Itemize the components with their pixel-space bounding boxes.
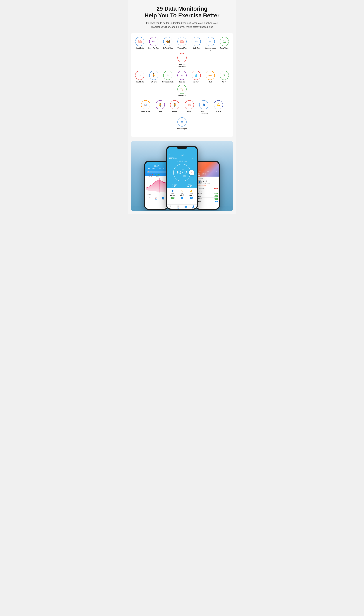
left-nav-trend[interactable]: 📈 趋势 — [155, 197, 157, 200]
activity-icon: ⏱ — [149, 197, 150, 199]
normal-text: 以下指标正常 一 — [197, 190, 218, 192]
left-date-text: 2018/11/10 — [150, 171, 155, 172]
fat-row-badge: 标准 — [215, 196, 218, 197]
type-label: 体型: 普通 — [199, 178, 203, 179]
heart-rate-2-icon: ∿ — [135, 71, 144, 80]
right-time: 15:34 — [207, 171, 209, 172]
right-status-icons: ⊕ ★ 57% — [214, 171, 218, 172]
calories-row: 1137.3千卡/日 未达标 — [197, 187, 218, 190]
muscle-label: 肌肉率 — [187, 193, 196, 194]
no-fat-weight-icon: 🦋 — [163, 37, 172, 46]
figure-icon: 🧍 — [170, 100, 179, 109]
scale-circle: 50.0公斤 50.2 BMI:19.6 标准 — [173, 164, 191, 181]
icon-item-body-fat-rate: %○ Body Fat Rate — [148, 37, 160, 49]
icon-item-bone: 🫁 Bone — [183, 100, 195, 113]
right-tabs: 指标 体质报告 — [198, 173, 217, 175]
phone-left: 体重趋势 体重 体脂率 肌肉率 水... 📅 2018/11/10 — [144, 161, 169, 210]
icon-label-body-fat-rate: Body Fat Rate — [148, 47, 159, 49]
menu-icon[interactable]: ≡ — [192, 157, 194, 159]
profile-name: 姜九思 — [203, 180, 218, 183]
nav-profile[interactable]: 👤 我的 — [192, 205, 195, 209]
icon-label-moisture: Moisture — [193, 81, 199, 83]
comp-divider — [182, 184, 182, 187]
bmi-value: BMI:19.6 — [178, 175, 183, 177]
icon-label-fat-weight: Fat Weight — [220, 47, 228, 49]
left-nav-activity[interactable]: ⏱ 动态 — [149, 197, 150, 200]
nav-trend[interactable]: 📈 趋势 — [177, 205, 179, 209]
right-carrier: 中国移动 令 — [198, 171, 202, 172]
center-action-icons: ≡ ⤴ — [192, 157, 195, 159]
age-icon: 🧍 — [156, 100, 165, 109]
nav-community[interactable]: 👥 社区 — [184, 205, 187, 209]
scale-button[interactable]: ⚖ — [189, 170, 195, 175]
right-tab-report[interactable]: 体质报告 — [202, 173, 207, 175]
bone-icon: 🫁 — [185, 100, 194, 109]
metrics-bottom: 👤 体脂率 24.8% 标准 🦴 骨量 3公斤 — [167, 188, 197, 204]
lighter-label: ↑ 比上次轻了 — [171, 184, 177, 185]
phone-right: 中国移动 令 15:34 ⊕ ★ 57% 指标 体质报告 — [195, 161, 220, 210]
type-badge: 体型: 普通 — [197, 178, 218, 179]
target-label: ↑ 达标需减重 — [187, 184, 192, 185]
trend-icon: 📈 — [155, 197, 157, 199]
left-tab-water[interactable]: 水... — [162, 168, 165, 170]
heart-rate-icon: 🫁 — [135, 37, 144, 46]
icon-label-muscle: Muscle — [216, 110, 221, 113]
icons-row-3: 📊 Body Score 🧍 Age 🧍 Figure 🫁 Bone 👣 Wei… — [133, 100, 231, 130]
metric-body-fat: 👤 体脂率 24.8% 标准 — [168, 190, 177, 199]
left-tab-fat[interactable]: 体脂率 — [152, 168, 156, 170]
scale-circle-container: 50.0公斤 50.2 BMI:19.6 标准 ⚖ — [167, 162, 197, 183]
svg-text:11/10: 11/10 — [147, 190, 149, 191]
community-icon: 👥 — [162, 197, 164, 199]
icon-label-no-fat-weight: No Fat Weight — [162, 47, 173, 49]
share-icon[interactable]: ⤴ — [195, 157, 195, 159]
icons-section: 🫁 Heart Rate %○ Body Fat Rate 🦋 No Fat W… — [131, 33, 233, 137]
header-section: 29 Data Monitoring Help You To Exercise … — [131, 5, 233, 29]
moisture-icon: 💧 — [192, 71, 201, 80]
phone-notch — [177, 146, 187, 149]
muscle-value: 34.6% — [187, 194, 196, 196]
icon-item-no-fat-weight: 🦋 No Fat Weight — [162, 37, 174, 49]
left-tab-muscle[interactable]: 肌肉率 — [157, 168, 161, 170]
left-phone-screen: 体重趋势 体重 体脂率 肌肉率 水... 📅 2018/11/10 — [145, 162, 168, 209]
icon-item-visceral-fat: 🫁 Visceral Fat — [176, 37, 188, 49]
protein-icon: ✦ — [177, 71, 187, 80]
weight-row-badge: 标准 — [215, 193, 218, 194]
nav-activity[interactable]: ⏱ 动态 — [169, 205, 171, 209]
left-tab-weight[interactable]: 体重 — [147, 168, 151, 170]
right-content: 体型: 普通 👤 姜九思 11月10日 15:27 一指标需要引起重 — [196, 177, 219, 204]
icon-label-weight-diff: Weight Difference — [198, 110, 210, 115]
target-value: 0.2 公斤 — [187, 185, 192, 187]
icon-item-fat-weight: ⚖ Fat Weight — [218, 37, 230, 49]
metrics-row: 👤 体脂率 24.8% 标准 🦴 骨量 3公斤 — [168, 190, 196, 199]
body-fat-value: 24.8% — [168, 194, 177, 196]
bluetooth-icon: ★ — [177, 160, 178, 162]
icon-label-heart-rate-2: Heart Rate — [136, 81, 144, 83]
icon-label-figure: Figure — [172, 110, 177, 113]
profile-info: 姜九思 11月10日 15:27 — [203, 180, 218, 184]
waiting-row: ★ 等待连接设备... — [167, 160, 197, 162]
stat-low: ▼ 51.0 最低(%) — [155, 174, 160, 177]
ideal-weight-icon: ⚖ — [177, 117, 187, 127]
left-nav-community[interactable]: 👥 社区 — [162, 197, 164, 200]
chart-svg: 11/10 — [146, 178, 167, 193]
last-weight-info: 上次称重时间: 11月10日 15:27 — [169, 157, 177, 160]
bmi-icon: BMI — [206, 71, 215, 80]
icon-item-heart-rate-2: ∿ Heart Rate — [134, 71, 146, 83]
community-nav-icon: 👥 — [184, 205, 187, 208]
left-year: 2018年 — [146, 193, 167, 196]
right-status-bar: 中国移动 令 15:34 ⊕ ★ 57% — [198, 171, 217, 172]
center-bottom-nav: ⏱ 动态 📈 趋势 👥 社区 — [167, 204, 197, 209]
stat-high-value: ▲ 51.0 — [147, 174, 153, 176]
center-top-row: 上次称重时间: 11月10日 15:27 ≡ ⤴ — [167, 156, 197, 160]
metric-row-fat: 24.8% 标准 — [197, 195, 218, 197]
muscle2-row-badge: 优 — [215, 201, 218, 202]
icon-item-heart-rate: 🫁 Heart Rate — [134, 37, 146, 49]
chart-area: 11/10 — [146, 178, 167, 193]
metric-muscle: 💪 肌肉率 34.6% 优 — [187, 190, 196, 199]
subcutaneous-fat-icon: ⊞ — [206, 37, 215, 46]
icon-label-body-score: Body Score — [141, 110, 150, 113]
icons-row-1: 🫁 Heart Rate %○ Body Fat Rate 🦋 No Fat W… — [133, 37, 231, 67]
icon-item-subcutaneous-fat: ⊞ Subcutaneous Fat — [204, 37, 216, 51]
collapse-btn[interactable]: ∧ — [168, 199, 196, 204]
bone-label: 骨量 — [177, 193, 187, 194]
